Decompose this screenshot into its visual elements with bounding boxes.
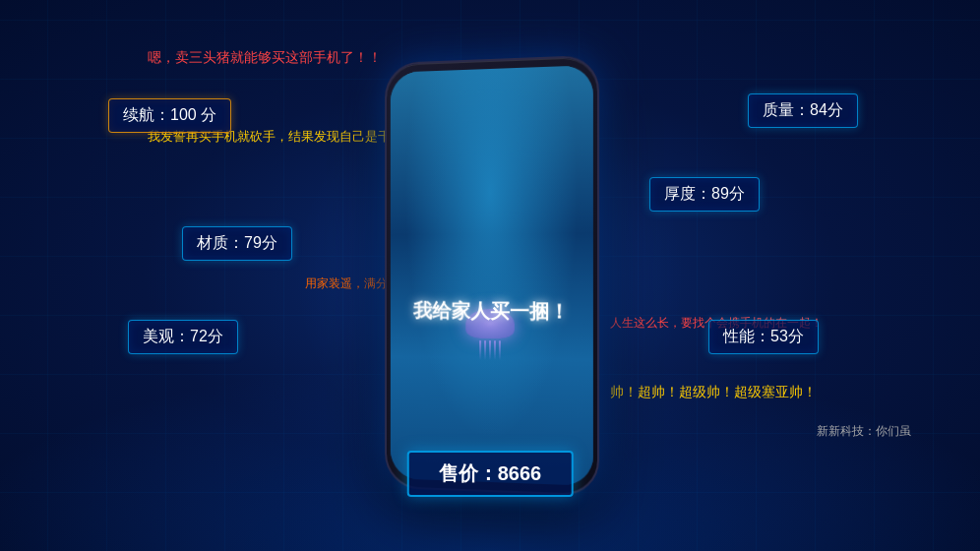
stat-battery: 续航：100 分 (108, 98, 231, 133)
phone-ocean-bg (391, 65, 593, 486)
tentacle (484, 340, 486, 360)
price-box: 售价：8666 (407, 451, 574, 497)
comment-bottom-right: 帅！超帅！超级帅！超级塞亚帅！ (610, 384, 817, 401)
tentacle (499, 340, 501, 360)
phone: 我给家人买一捆！ (385, 55, 599, 497)
phone-screen: 我给家人买一捆！ (391, 65, 593, 486)
stat-thickness: 厚度：89分 (649, 177, 760, 212)
stat-performance: 性能：53分 (708, 320, 819, 354)
tentacle (479, 340, 481, 360)
jellyfish-tentacles (457, 340, 524, 361)
phone-main-text: 我给家人买一捆！ (391, 298, 593, 326)
comment-brand: 新新科技：你们虽 (817, 423, 911, 440)
phone-body: 我给家人买一捆！ (385, 55, 599, 497)
tentacle (489, 340, 491, 360)
stat-quality: 质量：84分 (748, 93, 858, 128)
stat-material: 材质：79分 (182, 226, 292, 261)
comment-top-left: 嗯，卖三头猪就能够买这部手机了！！ (148, 49, 382, 67)
tentacle (494, 340, 496, 360)
stat-appearance: 美观：72分 (128, 320, 238, 354)
